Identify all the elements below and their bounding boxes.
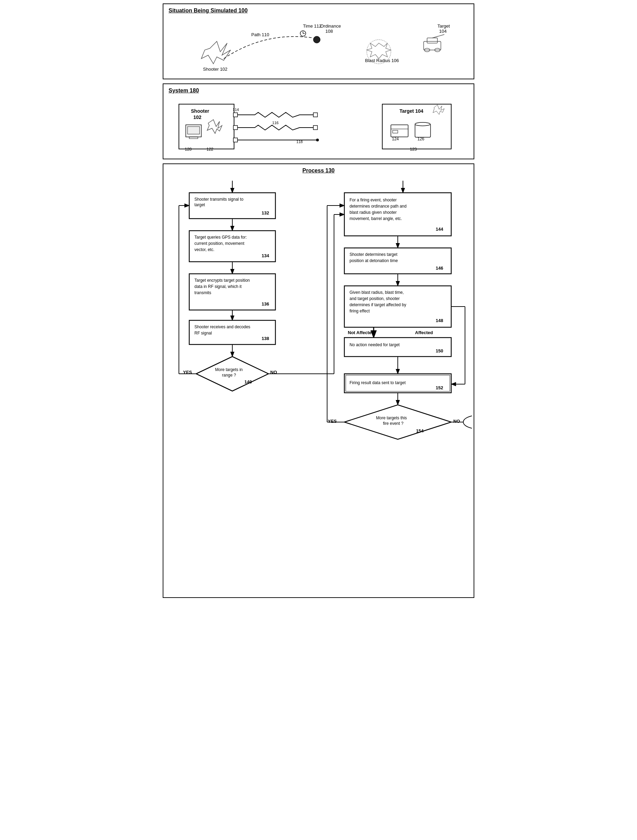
target-box-label: Target 104 bbox=[399, 108, 423, 114]
process-title-text: Process 130 bbox=[302, 167, 334, 174]
situation-section: Situation Being Simulated 100 Time 112 P… bbox=[163, 3, 474, 79]
time-label: Time 112 bbox=[303, 24, 322, 28]
box-150-text: No action needed for target bbox=[350, 343, 400, 347]
system-section: System 180 Shooter 102 120 122 114 116 bbox=[163, 84, 474, 159]
box-136-text: Target encrypts target position bbox=[194, 278, 250, 283]
box-148-text: Given blast radius, blast time, bbox=[350, 290, 404, 295]
process-title: Process 130 bbox=[169, 167, 468, 174]
box-132-text2: target bbox=[194, 202, 205, 207]
box-134-text3: vector, etc. bbox=[194, 247, 214, 252]
not-affected-label: Not Affected bbox=[348, 330, 374, 335]
box-132-text: Shooter transmits signal to bbox=[194, 197, 243, 202]
diamond-140-text: More targets in bbox=[215, 367, 243, 372]
system-title: System 180 bbox=[169, 88, 468, 94]
process-section: Process 130 Shooter transmits signal to … bbox=[163, 163, 474, 598]
process-diagram: Shooter transmits signal to target 132 T… bbox=[169, 177, 472, 591]
device-icon bbox=[391, 125, 408, 137]
box-138-text2: RF signal bbox=[194, 331, 212, 336]
box-146-text: Shooter determines target bbox=[350, 252, 397, 257]
label-136: 136 bbox=[262, 302, 269, 306]
box-136-text2: data in RF signal, which it bbox=[194, 284, 242, 289]
label-116: 116 bbox=[272, 121, 279, 125]
label-144: 144 bbox=[436, 227, 443, 232]
svg-point-32 bbox=[415, 122, 430, 126]
svg-rect-19 bbox=[233, 113, 238, 117]
label-132: 132 bbox=[262, 210, 269, 216]
box-144-text: For a firing event, shooter bbox=[350, 197, 397, 202]
box-148-text3: determines if target affected by bbox=[350, 302, 407, 307]
box-148-text2: and target position, shooter bbox=[350, 296, 399, 301]
svg-rect-23 bbox=[233, 138, 238, 142]
path-label: Path 110 bbox=[251, 32, 269, 37]
box-134-text2: current position, movement bbox=[194, 241, 244, 246]
label-148: 148 bbox=[436, 318, 443, 323]
label-123: 123 bbox=[410, 147, 417, 152]
svg-marker-11 bbox=[201, 41, 230, 64]
shooter-box-num: 102 bbox=[193, 114, 202, 120]
target-label2: 104 bbox=[439, 28, 447, 34]
svg-rect-7 bbox=[427, 38, 437, 43]
label-146: 146 bbox=[436, 265, 443, 271]
label-138: 138 bbox=[262, 336, 269, 341]
diamond-154-text2: fire event ? bbox=[383, 421, 404, 426]
label-140: 140 bbox=[244, 379, 252, 384]
label-126: 126 bbox=[418, 137, 424, 141]
target-label: Target bbox=[437, 24, 450, 28]
situation-diagram: Time 112 Path 110 Ordinance 108 Target 1… bbox=[169, 17, 472, 81]
label-122: 122 bbox=[207, 147, 213, 152]
end-ellipse bbox=[463, 415, 472, 429]
label-150: 150 bbox=[436, 348, 443, 354]
box-144-text4: movement, barrel angle, etc. bbox=[350, 216, 402, 221]
svg-rect-6 bbox=[424, 41, 441, 50]
box-146-text2: position at detonation time bbox=[350, 258, 398, 263]
diamond-154-text: More targets this bbox=[376, 415, 407, 420]
svg-rect-16 bbox=[188, 126, 200, 134]
label-154: 154 bbox=[416, 428, 424, 433]
ordinance-label: Ordinance bbox=[320, 24, 341, 28]
svg-rect-20 bbox=[313, 113, 317, 117]
box-138-text: Shooter receives and decodes bbox=[194, 324, 250, 329]
svg-marker-13 bbox=[367, 43, 391, 58]
svg-point-25 bbox=[316, 139, 319, 141]
box-136-text3: transmits bbox=[194, 291, 211, 295]
blast-label: Blast Radius 106 bbox=[365, 58, 399, 63]
system-diagram: Shooter 102 120 122 114 116 118 bbox=[169, 97, 472, 163]
svg-line-8 bbox=[432, 35, 444, 38]
box-134-text: Target queries GPS data for: bbox=[194, 235, 247, 240]
diamond-140-text2: range ? bbox=[222, 373, 236, 377]
label-152: 152 bbox=[436, 385, 443, 390]
svg-rect-22 bbox=[313, 126, 317, 129]
label-114: 114 bbox=[233, 107, 239, 112]
shooter-label: Shooter 102 bbox=[203, 66, 227, 72]
svg-point-5 bbox=[313, 36, 320, 43]
label-124: 124 bbox=[392, 137, 399, 141]
no2-label: NO bbox=[453, 418, 460, 424]
box-144-text2: determines ordinance path and bbox=[350, 204, 407, 208]
shooter-icon bbox=[201, 41, 230, 64]
label-134: 134 bbox=[262, 253, 269, 258]
box-144-text3: blast radius given shooter bbox=[350, 210, 397, 215]
svg-rect-28 bbox=[391, 125, 408, 137]
computer-icon bbox=[186, 125, 201, 139]
svg-rect-21 bbox=[233, 126, 238, 129]
affected-label: Affected bbox=[415, 330, 433, 335]
yes2-label: YES bbox=[328, 418, 337, 424]
shooter-box-label: Shooter bbox=[191, 108, 209, 114]
situation-title: Situation Being Simulated 100 bbox=[169, 8, 468, 14]
cylinder-icon bbox=[415, 122, 430, 137]
label-120: 120 bbox=[185, 147, 192, 152]
box-152-text: Firing result data sent to target bbox=[350, 381, 406, 385]
box-148-text4: firing effect bbox=[350, 309, 370, 313]
ordinance-label2: 108 bbox=[325, 28, 333, 34]
target-icon bbox=[424, 35, 444, 52]
